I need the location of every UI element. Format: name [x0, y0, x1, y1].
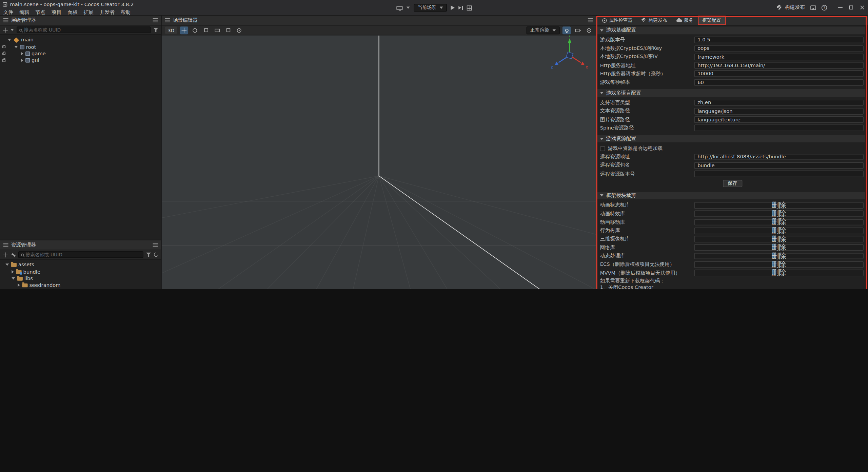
move-tool-button[interactable]	[180, 26, 188, 34]
expand-arrow-icon[interactable]	[12, 270, 14, 273]
field-input[interactable]: 60	[694, 79, 864, 85]
save-button[interactable]: 保存	[723, 180, 742, 187]
assets-search[interactable]	[18, 251, 143, 258]
panel-options-icon[interactable]	[153, 18, 158, 22]
field-input[interactable]	[694, 171, 864, 177]
asset-node-row[interactable]: resources	[0, 289, 161, 289]
help-icon[interactable]: ?	[822, 5, 827, 10]
pivot-button[interactable]	[235, 26, 243, 34]
field-input[interactable]: bundle	[694, 162, 864, 169]
panel-menu-icon[interactable]	[165, 18, 170, 22]
render-mode-select[interactable]: 正常渲染	[527, 26, 560, 34]
inspector-tab[interactable]: 服务	[672, 16, 698, 25]
hierarchy-node-row[interactable]: game	[0, 50, 161, 57]
expand-arrow-icon[interactable]	[14, 46, 18, 48]
lock-icon[interactable]	[2, 46, 6, 48]
assets-search-input[interactable]	[25, 252, 141, 257]
field-input[interactable]: oops	[694, 45, 864, 52]
preview-device-icon[interactable]	[396, 6, 402, 9]
menu-item[interactable]: 项目	[52, 9, 61, 16]
layout-icon[interactable]	[467, 5, 472, 11]
inspector-tab[interactable]: 框架配置	[698, 16, 726, 25]
gizmo-space-button[interactable]	[224, 26, 232, 34]
scene-select[interactable]: 当前场景	[414, 4, 447, 12]
sort-icon[interactable]	[11, 252, 16, 257]
dimension-toggle-button[interactable]: 3D	[165, 26, 177, 34]
menu-item[interactable]: 帮助	[121, 9, 131, 16]
hierarchy-node-row[interactable]: root	[0, 43, 161, 50]
delete-module-button[interactable]: 删除	[694, 202, 864, 209]
rect-tool-button[interactable]	[213, 26, 221, 34]
menu-item[interactable]: 开发者	[100, 9, 115, 16]
expand-arrow-icon[interactable]	[12, 277, 15, 280]
hierarchy-node-row[interactable]: main	[0, 37, 161, 43]
delete-module-button[interactable]: 删除	[694, 253, 864, 259]
step-frame-button[interactable]	[458, 6, 462, 9]
section-header-resource[interactable]: 游戏资源配置	[597, 135, 868, 142]
panel-options-icon[interactable]	[153, 243, 158, 247]
menu-item[interactable]: 扩展	[84, 9, 94, 16]
menu-item[interactable]: 节点	[35, 9, 45, 16]
asset-node-row[interactable]: assets	[0, 261, 161, 268]
delete-module-button[interactable]: 删除	[694, 270, 864, 276]
field-input[interactable]: zh,en	[694, 99, 864, 106]
expand-arrow-icon[interactable]	[8, 39, 11, 41]
scale-tool-button[interactable]	[202, 26, 210, 34]
build-publish-button[interactable]: 构建发布	[777, 4, 805, 11]
add-asset-icon[interactable]	[3, 252, 8, 257]
menu-item[interactable]: 编辑	[19, 9, 29, 16]
orientation-gizmo[interactable]: x z Y	[551, 35, 588, 70]
field-input[interactable]: 1.0.5	[694, 37, 864, 43]
menu-item[interactable]: 面板	[67, 9, 77, 16]
inspector-tab[interactable]: 属性检查器	[598, 16, 637, 25]
delete-module-button[interactable]: 删除	[694, 228, 864, 234]
field-input[interactable]	[694, 125, 864, 131]
delete-module-button[interactable]: 删除	[694, 236, 864, 242]
field-input[interactable]: language/texture	[694, 116, 864, 123]
expand-arrow-icon[interactable]	[21, 59, 23, 62]
scene-settings-button[interactable]	[585, 26, 593, 34]
camera-settings-button[interactable]	[573, 26, 581, 34]
panel-options-icon[interactable]	[588, 18, 593, 22]
expand-arrow-icon[interactable]	[21, 52, 23, 55]
lock-icon[interactable]	[2, 53, 6, 55]
hierarchy-search[interactable]	[17, 26, 151, 33]
field-input[interactable]: framework	[694, 54, 864, 60]
asset-node-row[interactable]: bundle	[0, 268, 161, 275]
panel-menu-icon[interactable]	[3, 243, 8, 247]
add-node-icon[interactable]	[3, 27, 8, 33]
hierarchy-node-row[interactable]: gui	[0, 57, 161, 64]
delete-module-button[interactable]: 删除	[694, 261, 864, 268]
delete-module-button[interactable]: 删除	[694, 244, 864, 251]
maximize-button[interactable]	[849, 5, 853, 9]
expand-arrow-icon[interactable]	[5, 263, 9, 266]
scene-viewport[interactable]: x z Y	[162, 35, 596, 289]
hierarchy-search-input[interactable]	[24, 27, 148, 33]
filter-icon[interactable]	[146, 252, 151, 257]
field-input[interactable]: http://localhost:8083/assets/bundle	[694, 154, 864, 160]
delete-module-button[interactable]: 删除	[694, 219, 864, 225]
rotate-tool-button[interactable]	[191, 26, 199, 34]
section-header-basic[interactable]: 游戏基础配置	[597, 26, 868, 34]
lock-icon[interactable]	[2, 59, 6, 62]
close-button[interactable]	[860, 5, 865, 10]
field-input[interactable]: 10000	[694, 71, 864, 77]
section-header-language[interactable]: 游戏多语言配置	[597, 89, 868, 97]
field-input[interactable]: http://192.168.0.150/main/	[694, 62, 864, 68]
expand-arrow-icon[interactable]	[18, 284, 20, 287]
play-button[interactable]	[451, 5, 454, 10]
chevron-down-icon[interactable]	[11, 29, 14, 31]
checkbox-icon[interactable]	[600, 146, 605, 151]
section-header-modules[interactable]: 框架模块裁剪	[597, 192, 868, 199]
minimize-button[interactable]	[838, 7, 843, 8]
asset-node-row[interactable]: seedrandom	[0, 282, 161, 289]
preview-image-icon[interactable]	[810, 5, 816, 10]
delete-module-button[interactable]: 删除	[694, 211, 864, 217]
filter-icon[interactable]	[153, 28, 158, 32]
menu-item[interactable]: 文件	[3, 9, 13, 16]
inspector-tab[interactable]: 构建发布	[637, 16, 672, 25]
panel-menu-icon[interactable]	[3, 18, 8, 22]
chevron-down-icon[interactable]	[407, 7, 410, 9]
light-toggle-button[interactable]	[563, 26, 571, 34]
scrollbar[interactable]	[865, 25, 868, 289]
